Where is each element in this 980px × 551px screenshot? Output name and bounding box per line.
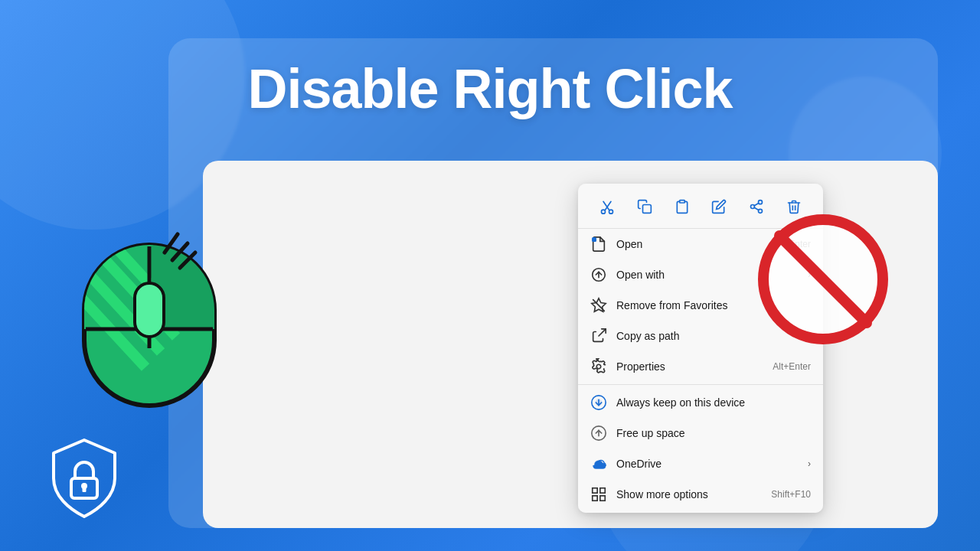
free-up-space-icon	[590, 425, 607, 442]
show-more-label: Show more options	[616, 488, 765, 500]
svg-point-14	[602, 210, 606, 214]
shield-lock-icon	[46, 436, 122, 520]
menu-item-properties[interactable]: Properties Alt+Enter	[578, 351, 823, 382]
no-sign	[758, 214, 888, 344]
menu-item-onedrive[interactable]: OneDrive ›	[578, 448, 823, 479]
svg-rect-35	[600, 488, 605, 493]
menu-item-free-up-space[interactable]: Free up space	[578, 418, 823, 448]
svg-rect-37	[600, 496, 605, 500]
svg-point-15	[609, 210, 613, 214]
always-keep-icon	[590, 394, 607, 411]
svg-rect-18	[642, 205, 651, 214]
svg-rect-34	[593, 488, 597, 493]
cut-button[interactable]	[593, 193, 621, 220]
svg-line-23	[754, 207, 759, 210]
svg-rect-19	[679, 201, 684, 203]
menu-item-always-keep[interactable]: Always keep on this device	[578, 387, 823, 418]
svg-point-31	[596, 364, 601, 369]
copy-path-icon	[590, 328, 607, 344]
onedrive-arrow: ›	[808, 458, 811, 469]
always-keep-label: Always keep on this device	[616, 396, 811, 409]
rename-button[interactable]	[705, 193, 733, 220]
onedrive-label: OneDrive	[616, 458, 805, 470]
svg-rect-10	[135, 283, 164, 337]
svg-rect-42	[83, 486, 87, 492]
show-more-icon	[590, 486, 607, 503]
properties-label: Properties	[616, 360, 766, 373]
show-more-shortcut: Shift+F10	[771, 489, 811, 500]
mouse-illustration	[61, 184, 245, 413]
paste-button[interactable]	[668, 193, 696, 220]
copy-button[interactable]	[631, 193, 658, 220]
properties-shortcut: Alt+Enter	[773, 361, 811, 372]
menu-item-show-more[interactable]: Show more options Shift+F10	[578, 479, 823, 510]
svg-rect-36	[593, 496, 597, 500]
open-with-icon	[590, 266, 607, 283]
svg-line-24	[754, 203, 759, 205]
open-icon	[590, 236, 607, 253]
free-up-space-label: Free up space	[616, 427, 811, 439]
page-title: Disable Right Click	[0, 57, 980, 120]
onedrive-icon	[590, 455, 607, 472]
divider-1	[578, 384, 823, 385]
properties-icon	[590, 358, 607, 375]
remove-favorites-icon	[590, 297, 607, 314]
